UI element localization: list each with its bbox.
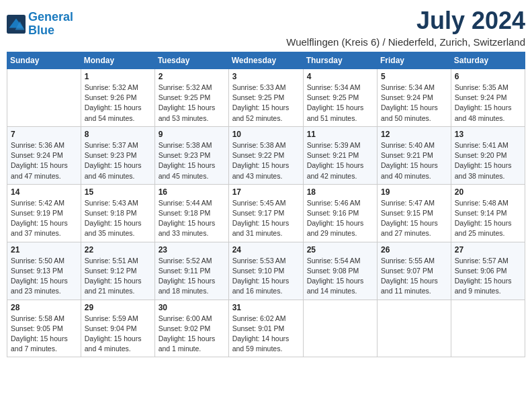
day-info: Sunrise: 5:57 AMSunset: 9:06 PMDaylight:… bbox=[455, 256, 521, 297]
calendar-week-row: 21Sunrise: 5:50 AMSunset: 9:13 PMDayligh… bbox=[7, 242, 525, 300]
day-number: 26 bbox=[381, 245, 447, 255]
day-info: Sunrise: 5:52 AMSunset: 9:11 PMDaylight:… bbox=[159, 256, 225, 297]
day-number: 15 bbox=[85, 187, 151, 197]
day-number: 6 bbox=[455, 72, 521, 81]
day-info: Sunrise: 5:45 AMSunset: 9:17 PMDaylight:… bbox=[232, 198, 300, 239]
day-info: Sunrise: 5:39 AMSunset: 9:21 PMDaylight:… bbox=[307, 140, 373, 181]
day-info: Sunrise: 5:46 AMSunset: 9:16 PMDaylight:… bbox=[307, 198, 373, 239]
day-number: 23 bbox=[159, 245, 225, 255]
day-number: 13 bbox=[455, 130, 521, 139]
day-number: 21 bbox=[11, 245, 77, 255]
page-header: General Blue July 2024 Wuelflingen (Krei… bbox=[7, 7, 525, 48]
calendar-cell: 16Sunrise: 5:44 AMSunset: 9:18 PMDayligh… bbox=[154, 184, 228, 242]
calendar-cell: 27Sunrise: 5:57 AMSunset: 9:06 PMDayligh… bbox=[451, 242, 525, 300]
calendar-cell: 13Sunrise: 5:41 AMSunset: 9:20 PMDayligh… bbox=[451, 126, 525, 184]
day-info: Sunrise: 5:47 AMSunset: 9:15 PMDaylight:… bbox=[381, 198, 447, 239]
day-info: Sunrise: 5:51 AMSunset: 9:12 PMDaylight:… bbox=[85, 256, 151, 297]
day-info: Sunrise: 5:41 AMSunset: 9:20 PMDaylight:… bbox=[455, 140, 521, 181]
calendar-cell: 28Sunrise: 5:58 AMSunset: 9:05 PMDayligh… bbox=[7, 300, 81, 357]
day-info: Sunrise: 5:35 AMSunset: 9:24 PMDaylight:… bbox=[455, 83, 521, 124]
day-number: 11 bbox=[307, 130, 373, 139]
calendar-cell bbox=[7, 69, 81, 127]
day-info: Sunrise: 5:59 AMSunset: 9:04 PMDaylight:… bbox=[85, 314, 151, 355]
calendar-cell: 23Sunrise: 5:52 AMSunset: 9:11 PMDayligh… bbox=[154, 242, 228, 300]
day-info: Sunrise: 5:34 AMSunset: 9:24 PMDaylight:… bbox=[381, 83, 447, 124]
day-info: Sunrise: 5:32 AMSunset: 9:26 PMDaylight:… bbox=[85, 83, 151, 124]
day-info: Sunrise: 5:42 AMSunset: 9:19 PMDaylight:… bbox=[11, 198, 77, 239]
day-number: 20 bbox=[455, 187, 521, 197]
main-title: July 2024 bbox=[286, 7, 525, 35]
day-info: Sunrise: 5:36 AMSunset: 9:24 PMDaylight:… bbox=[11, 140, 77, 181]
day-number: 18 bbox=[307, 187, 373, 197]
day-info: Sunrise: 5:53 AMSunset: 9:10 PMDaylight:… bbox=[232, 256, 300, 297]
day-info: Sunrise: 5:33 AMSunset: 9:25 PMDaylight:… bbox=[232, 83, 300, 124]
day-info: Sunrise: 5:38 AMSunset: 9:23 PMDaylight:… bbox=[159, 140, 225, 181]
calendar-cell: 21Sunrise: 5:50 AMSunset: 9:13 PMDayligh… bbox=[7, 242, 81, 300]
day-number: 17 bbox=[232, 187, 300, 197]
day-info: Sunrise: 5:43 AMSunset: 9:18 PMDaylight:… bbox=[85, 198, 151, 239]
calendar-cell: 17Sunrise: 5:45 AMSunset: 9:17 PMDayligh… bbox=[228, 184, 303, 242]
calendar-cell bbox=[303, 300, 377, 357]
subtitle: Wuelflingen (Kreis 6) / Niederfeld, Zuri… bbox=[286, 36, 525, 48]
day-number: 28 bbox=[11, 303, 77, 312]
day-info: Sunrise: 5:48 AMSunset: 9:14 PMDaylight:… bbox=[455, 198, 521, 239]
day-info: Sunrise: 6:02 AMSunset: 9:01 PMDaylight:… bbox=[232, 314, 300, 355]
calendar-cell: 19Sunrise: 5:47 AMSunset: 9:15 PMDayligh… bbox=[378, 184, 451, 242]
logo-line1: General bbox=[28, 10, 73, 24]
day-header-monday: Monday bbox=[81, 52, 154, 69]
day-header-wednesday: Wednesday bbox=[228, 52, 303, 69]
day-number: 14 bbox=[11, 187, 77, 197]
day-header-thursday: Thursday bbox=[303, 52, 377, 69]
calendar-cell: 4Sunrise: 5:34 AMSunset: 9:25 PMDaylight… bbox=[303, 69, 377, 127]
calendar-cell: 7Sunrise: 5:36 AMSunset: 9:24 PMDaylight… bbox=[7, 126, 81, 184]
day-number: 27 bbox=[455, 245, 521, 255]
day-header-saturday: Saturday bbox=[451, 52, 525, 69]
day-info: Sunrise: 5:58 AMSunset: 9:05 PMDaylight:… bbox=[11, 314, 77, 355]
day-number: 9 bbox=[159, 130, 225, 139]
day-info: Sunrise: 5:32 AMSunset: 9:25 PMDaylight:… bbox=[159, 83, 225, 124]
title-block: July 2024 Wuelflingen (Kreis 6) / Nieder… bbox=[286, 7, 525, 48]
calendar-week-row: 28Sunrise: 5:58 AMSunset: 9:05 PMDayligh… bbox=[7, 300, 525, 357]
day-number: 7 bbox=[11, 130, 77, 139]
calendar-cell: 1Sunrise: 5:32 AMSunset: 9:26 PMDaylight… bbox=[81, 69, 154, 127]
calendar-cell: 5Sunrise: 5:34 AMSunset: 9:24 PMDaylight… bbox=[378, 69, 451, 127]
calendar-cell: 14Sunrise: 5:42 AMSunset: 9:19 PMDayligh… bbox=[7, 184, 81, 242]
calendar-cell: 18Sunrise: 5:46 AMSunset: 9:16 PMDayligh… bbox=[303, 184, 377, 242]
day-number: 31 bbox=[232, 303, 300, 312]
logo: General Blue bbox=[7, 11, 73, 38]
calendar-week-row: 1Sunrise: 5:32 AMSunset: 9:26 PMDaylight… bbox=[7, 69, 525, 127]
day-number: 2 bbox=[159, 72, 225, 81]
day-number: 25 bbox=[307, 245, 373, 255]
day-number: 22 bbox=[85, 245, 151, 255]
day-header-friday: Friday bbox=[378, 52, 451, 69]
day-number: 8 bbox=[85, 130, 151, 139]
calendar-cell: 22Sunrise: 5:51 AMSunset: 9:12 PMDayligh… bbox=[81, 242, 154, 300]
calendar-cell: 25Sunrise: 5:54 AMSunset: 9:08 PMDayligh… bbox=[303, 242, 377, 300]
calendar-cell: 30Sunrise: 6:00 AMSunset: 9:02 PMDayligh… bbox=[154, 300, 228, 357]
calendar-week-row: 14Sunrise: 5:42 AMSunset: 9:19 PMDayligh… bbox=[7, 184, 525, 242]
day-number: 16 bbox=[159, 187, 225, 197]
calendar-cell: 10Sunrise: 5:38 AMSunset: 9:22 PMDayligh… bbox=[228, 126, 303, 184]
day-number: 24 bbox=[232, 245, 300, 255]
day-header-tuesday: Tuesday bbox=[154, 52, 228, 69]
day-number: 1 bbox=[85, 72, 151, 81]
calendar-cell: 15Sunrise: 5:43 AMSunset: 9:18 PMDayligh… bbox=[81, 184, 154, 242]
day-number: 10 bbox=[232, 130, 300, 139]
day-info: Sunrise: 5:50 AMSunset: 9:13 PMDaylight:… bbox=[11, 256, 77, 297]
calendar-cell: 8Sunrise: 5:37 AMSunset: 9:23 PMDaylight… bbox=[81, 126, 154, 184]
calendar-cell: 24Sunrise: 5:53 AMSunset: 9:10 PMDayligh… bbox=[228, 242, 303, 300]
calendar-cell bbox=[451, 300, 525, 357]
calendar-cell: 6Sunrise: 5:35 AMSunset: 9:24 PMDaylight… bbox=[451, 69, 525, 127]
calendar-cell: 11Sunrise: 5:39 AMSunset: 9:21 PMDayligh… bbox=[303, 126, 377, 184]
calendar-cell: 20Sunrise: 5:48 AMSunset: 9:14 PMDayligh… bbox=[451, 184, 525, 242]
day-number: 4 bbox=[307, 72, 373, 81]
day-info: Sunrise: 5:54 AMSunset: 9:08 PMDaylight:… bbox=[307, 256, 373, 297]
day-number: 3 bbox=[232, 72, 300, 81]
day-number: 19 bbox=[381, 187, 447, 197]
day-info: Sunrise: 5:55 AMSunset: 9:07 PMDaylight:… bbox=[381, 256, 447, 297]
calendar-header-row: SundayMondayTuesdayWednesdayThursdayFrid… bbox=[7, 52, 525, 69]
calendar-week-row: 7Sunrise: 5:36 AMSunset: 9:24 PMDaylight… bbox=[7, 126, 525, 184]
day-info: Sunrise: 6:00 AMSunset: 9:02 PMDaylight:… bbox=[159, 314, 225, 355]
day-info: Sunrise: 5:37 AMSunset: 9:23 PMDaylight:… bbox=[85, 140, 151, 181]
calendar-cell: 9Sunrise: 5:38 AMSunset: 9:23 PMDaylight… bbox=[154, 126, 228, 184]
